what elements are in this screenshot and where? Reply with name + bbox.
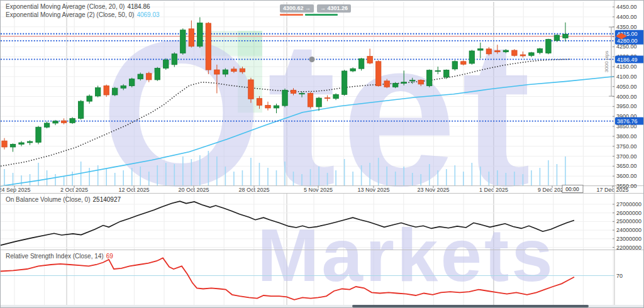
candle-body xyxy=(248,80,253,99)
candle-body xyxy=(214,70,219,74)
candle-body xyxy=(27,141,32,143)
ema20-legend-value: 4184.86 xyxy=(127,3,150,10)
candle xyxy=(87,94,92,104)
candle-body xyxy=(138,74,143,79)
obv-legend-value: 25140927 xyxy=(93,196,121,203)
candle xyxy=(155,67,160,81)
candle-body xyxy=(418,80,423,84)
price-tick-label: 3950.00 xyxy=(616,103,637,109)
candle-body xyxy=(87,96,92,101)
candle-body xyxy=(206,23,211,70)
price-tick-label: 3700.00 xyxy=(616,153,637,160)
candle-body xyxy=(452,62,457,69)
price-tick-label: 4350.00 xyxy=(616,24,637,30)
candle xyxy=(78,100,83,119)
obv-legend-label: On Balance Volume (Close, 0) xyxy=(6,196,91,203)
time-label-text: 00:00 xyxy=(565,186,579,192)
candle-body xyxy=(78,101,83,118)
price-tick-label: 3800.00 xyxy=(616,133,637,140)
candle-body xyxy=(444,70,449,77)
candle-body xyxy=(95,88,100,96)
obv-tick-label: 22000000 xyxy=(616,245,641,251)
candle xyxy=(563,23,568,41)
obv-tick-label: 23000000 xyxy=(616,236,641,242)
candle xyxy=(104,85,109,97)
price-tick-label: 3650.00 xyxy=(616,163,637,169)
candle-body xyxy=(299,93,304,94)
date-tick-label: 1 Dec 2025 xyxy=(479,187,508,193)
rsi-legend: Relative Strength Index (Close, 14)69 xyxy=(6,252,113,260)
level-handle[interactable] xyxy=(309,57,315,62)
candle-body xyxy=(130,79,135,86)
ema50-legend-value: 4069.03 xyxy=(136,11,159,18)
scrollbar-thumb[interactable] xyxy=(352,305,589,307)
buy-price: 4301.26 xyxy=(328,5,348,11)
candle xyxy=(375,60,380,87)
candle xyxy=(95,85,100,97)
buy-button[interactable]: → 4301.26 xyxy=(317,4,351,13)
candle-body xyxy=(435,70,440,71)
candle-body xyxy=(350,69,355,71)
candle xyxy=(512,49,517,57)
candle-body xyxy=(2,141,7,147)
candle-body xyxy=(197,23,203,46)
candle xyxy=(70,117,75,124)
buy-arrow-icon: → xyxy=(320,5,326,11)
candle xyxy=(469,50,474,64)
candle-body xyxy=(121,85,126,88)
candle-body xyxy=(546,40,551,53)
candle xyxy=(248,78,253,103)
date-tick-label: 2 Oct 2025 xyxy=(60,187,88,193)
candle xyxy=(164,58,169,70)
candle-body xyxy=(308,93,313,107)
rsi-tick-label: 70 xyxy=(616,273,623,279)
candle xyxy=(282,89,287,107)
sell-arrow-icon: → xyxy=(305,5,311,11)
candle-body xyxy=(486,49,491,54)
candle-body xyxy=(147,74,152,80)
obv-tick-label: 24000000 xyxy=(616,227,641,233)
candle xyxy=(172,52,177,67)
candle xyxy=(358,58,364,70)
horizontal-scrollbar[interactable] xyxy=(1,305,643,307)
candle-body xyxy=(36,127,41,142)
candle-body xyxy=(358,58,364,69)
price-badge-label: 4280.00 xyxy=(617,38,638,44)
candle xyxy=(341,70,347,96)
price-tick-label: 4000.00 xyxy=(616,94,637,100)
candle-body xyxy=(257,99,262,106)
level-drag-handle[interactable] xyxy=(309,57,315,62)
candle-body xyxy=(172,54,177,65)
candle xyxy=(180,28,186,55)
legend-row-ema20: Exponential Moving Average (Close, 20, 0… xyxy=(6,3,160,11)
candle-body xyxy=(189,29,194,47)
candle-body xyxy=(53,121,58,123)
watermark-text-otet: Otet xyxy=(101,1,536,229)
candle-body xyxy=(495,51,500,52)
candle-body xyxy=(375,62,380,86)
candle-body xyxy=(478,49,483,51)
candle-body xyxy=(341,71,347,94)
date-tick-label: 13 Nov 2025 xyxy=(357,187,389,193)
ema50-legend-label: Exponential Moving Average (2) (Close, 5… xyxy=(6,11,134,18)
obv-legend: On Balance Volume (Close, 0)25140927 xyxy=(6,195,121,204)
candle-body xyxy=(367,57,372,63)
candle-body xyxy=(265,105,270,107)
quote-widget: 4300.62 → → 4301.26 xyxy=(280,4,343,16)
candle-body xyxy=(392,84,397,87)
candle xyxy=(44,121,49,128)
candle-body xyxy=(325,97,330,98)
candle-body xyxy=(291,90,296,93)
candle-body xyxy=(180,30,186,53)
price-tick-label: 4050.00 xyxy=(616,84,637,90)
candle xyxy=(546,39,551,55)
sell-strength-bar xyxy=(280,14,303,16)
candle-body xyxy=(44,123,49,127)
pips-measure-label: 3000 pips xyxy=(604,51,609,73)
sell-button[interactable]: 4300.62 → xyxy=(280,4,314,13)
ema20-legend-label: Exponential Moving Average (Close, 20, 0… xyxy=(6,3,125,10)
candle xyxy=(112,87,117,96)
candle-body xyxy=(164,60,169,68)
candle-body xyxy=(104,85,109,95)
date-tick-label: 12 Oct 2025 xyxy=(118,187,149,193)
